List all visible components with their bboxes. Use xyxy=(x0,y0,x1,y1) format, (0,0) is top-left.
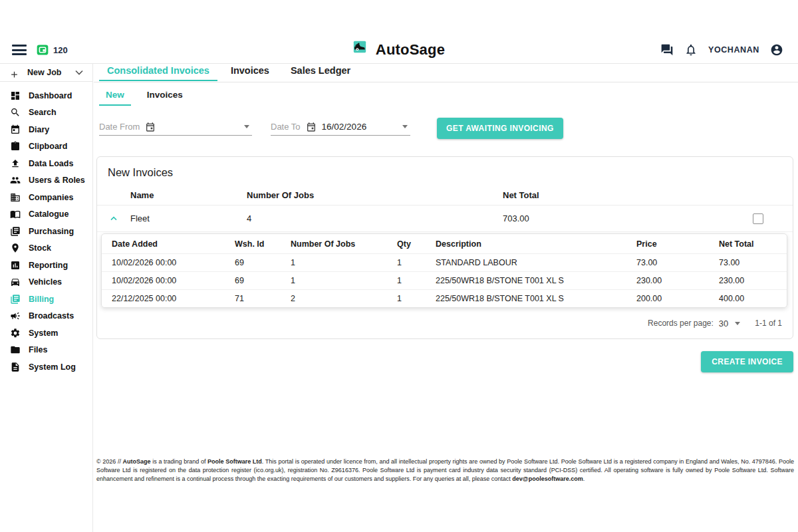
footer-contact-email: dev@poolesoftware.com xyxy=(512,475,583,482)
tab-consolidated-invoices[interactable]: Consolidated Invoices xyxy=(99,64,217,81)
sidebar-item-files[interactable]: Files xyxy=(0,342,92,359)
collapse-chevron-up-icon[interactable] xyxy=(97,213,130,224)
sidebar-item-label: Clipboard xyxy=(29,142,67,151)
cell-wsh-id: 69 xyxy=(225,276,281,285)
cell-date-added: 22/12/2025 00:00 xyxy=(102,294,225,303)
sidebar-item-label: Users & Roles xyxy=(29,176,85,185)
cell-number-of-jobs: 2 xyxy=(281,294,387,303)
sidebar-item-reporting[interactable]: Reporting xyxy=(0,257,92,274)
cell-date-added: 10/02/2026 00:00 xyxy=(102,276,225,285)
cell-description: STANDARD LABOUR xyxy=(426,258,626,267)
new-job-button[interactable]: New Job xyxy=(0,64,92,82)
car-logo-icon xyxy=(353,40,373,60)
sidebar-item-users-roles[interactable]: Users & Roles xyxy=(0,172,92,190)
cell-number-of-jobs: 1 xyxy=(281,276,387,285)
sidebar-item-label: System Log xyxy=(29,362,76,372)
invoice-group-row[interactable]: Fleet 4 703.00 xyxy=(97,205,793,232)
sidebar-item-diary[interactable]: Diary xyxy=(0,121,92,138)
column-header-name: Name xyxy=(130,190,247,200)
hamburger-menu-icon[interactable] xyxy=(12,45,27,55)
account-avatar-icon[interactable] xyxy=(770,43,783,57)
megaphone-icon xyxy=(9,311,21,322)
cell-qty: 1 xyxy=(387,294,426,303)
sidebar-item-vehicles[interactable]: Vehicles xyxy=(0,274,92,291)
table-row[interactable]: 10/02/2026 00:00 69 1 1 225/50WR18 B/STO… xyxy=(102,271,787,289)
column-header-date-added: Date Added xyxy=(102,239,225,249)
sidebar-item-label: Dashboard xyxy=(29,91,72,100)
column-header-number-of-jobs: Number Of Jobs xyxy=(281,239,387,249)
sidebar-item-broadcasts[interactable]: Broadcasts xyxy=(0,308,92,325)
cell-qty: 1 xyxy=(387,258,426,267)
dropdown-caret-icon[interactable] xyxy=(402,125,408,128)
sidebar-item-purchasing[interactable]: Purchasing xyxy=(0,223,92,240)
current-user-name[interactable]: YOCHANAN xyxy=(708,45,759,55)
records-per-page-value[interactable]: 30 xyxy=(719,319,728,329)
table-row[interactable]: 10/02/2026 00:00 69 1 1 STANDARD LABOUR … xyxy=(102,253,787,271)
document-icon xyxy=(9,361,21,372)
invoice-icon xyxy=(9,225,21,237)
sidebar-item-label: Files xyxy=(29,345,48,354)
subtab-new[interactable]: New xyxy=(99,88,131,106)
upload-icon xyxy=(9,158,21,169)
sidebar-item-catalogue[interactable]: Catalogue xyxy=(0,206,92,223)
records-per-page-caret-icon[interactable] xyxy=(735,322,740,325)
column-header-description: Description xyxy=(426,239,626,249)
create-invoice-button[interactable]: CREATE INVOICE xyxy=(701,351,793,372)
calendar-icon[interactable] xyxy=(145,122,156,132)
sidebar-item-label: Vehicles xyxy=(29,277,62,287)
search-icon xyxy=(9,107,21,118)
app-header: 120 AutoSage YOCHANAN xyxy=(0,37,798,63)
sidebar-item-data-loads[interactable]: Data Loads xyxy=(0,155,92,172)
get-awaiting-invoicing-button[interactable]: GET AWAITING INVOICING xyxy=(437,118,563,139)
column-header-net-total: Net Total xyxy=(709,239,787,249)
tab-invoices[interactable]: Invoices xyxy=(223,64,277,80)
cell-description: 225/50WR18 B/STONE T001 XL S xyxy=(426,276,626,285)
sidebar-item-dashboard[interactable]: Dashboard xyxy=(0,87,92,104)
calendar-icon xyxy=(9,124,21,135)
footer-text: . xyxy=(583,475,585,482)
sidebar-item-system[interactable]: System xyxy=(0,325,92,342)
table-row[interactable]: 22/12/2025 00:00 71 2 1 225/50WR18 B/STO… xyxy=(102,289,787,307)
dropdown-caret-icon[interactable] xyxy=(244,125,249,128)
credits-badge-icon xyxy=(36,43,49,57)
detail-table-header: Date Added Wsh. Id Number Of Jobs Qty De… xyxy=(102,234,787,253)
sidebar-nav: New Job Dashboard Search Diary Clipboard… xyxy=(0,64,93,532)
notifications-bell-icon[interactable] xyxy=(684,43,698,57)
filter-row: Date From Date To 16/02/2026 GET AWAITIN… xyxy=(99,118,798,139)
invoice-detail-table: Date Added Wsh. Id Number Of Jobs Qty De… xyxy=(101,233,787,308)
new-invoices-card: New Invoices Name Number Of Jobs Net Tot… xyxy=(96,156,793,339)
date-from-field[interactable]: Date From xyxy=(99,122,252,136)
group-row-checkbox[interactable] xyxy=(753,213,763,224)
users-icon xyxy=(9,175,21,186)
sidebar-item-billing[interactable]: Billing xyxy=(0,291,92,308)
sidebar-item-label: Search xyxy=(29,108,57,117)
cell-price: 200.00 xyxy=(626,294,709,303)
cell-qty: 1 xyxy=(387,276,426,285)
date-to-value: 16/02/2026 xyxy=(322,122,367,132)
sidebar-item-clipboard[interactable]: Clipboard xyxy=(0,138,92,156)
cell-date-added: 10/02/2026 00:00 xyxy=(102,258,225,267)
building-icon xyxy=(9,192,21,203)
sidebar-item-label: Stock xyxy=(29,243,51,253)
tab-sales-ledger[interactable]: Sales Ledger xyxy=(283,64,358,80)
cell-price: 230.00 xyxy=(626,276,709,285)
invoice-table-header: Name Number Of Jobs Net Total xyxy=(97,186,793,205)
column-header-qty: Qty xyxy=(387,239,426,249)
date-to-field[interactable]: Date To 16/02/2026 xyxy=(271,122,410,136)
cell-wsh-id: 71 xyxy=(225,294,281,303)
brand-logo: AutoSage xyxy=(200,40,598,60)
sidebar-item-search[interactable]: Search xyxy=(0,104,92,122)
subtab-invoices[interactable]: Invoices xyxy=(140,88,190,106)
messages-icon[interactable] xyxy=(660,43,674,57)
sidebar-item-system-log[interactable]: System Log xyxy=(0,358,92,376)
brand-name: AutoSage xyxy=(376,41,445,59)
group-jobs: 4 xyxy=(247,213,503,223)
sidebar-item-stock[interactable]: Stock xyxy=(0,240,92,257)
billing-icon xyxy=(9,293,21,305)
calendar-icon[interactable] xyxy=(306,122,317,132)
book-icon xyxy=(9,209,21,220)
pagination-range: 1-1 of 1 xyxy=(755,319,782,328)
chart-icon xyxy=(9,259,21,271)
footer-company: Poole Software Ltd xyxy=(207,458,262,465)
sidebar-item-companies[interactable]: Companies xyxy=(0,189,92,206)
